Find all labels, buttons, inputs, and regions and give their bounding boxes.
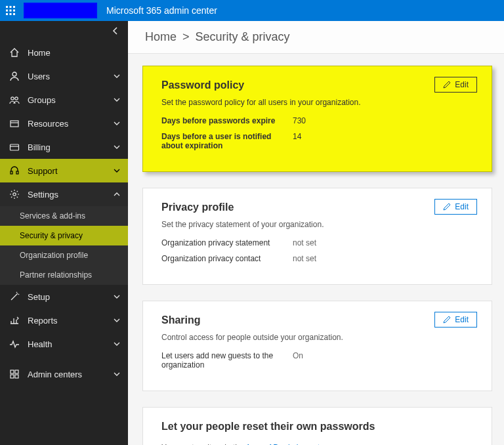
sidebar-item-resources[interactable]: Resources [0,112,128,135]
app-launcher-icon[interactable] [0,0,21,21]
setting-key: Days before a user is notified about exp… [161,132,293,150]
sidebar-item-groups[interactable]: Groups [0,88,128,112]
card-title: Sharing [161,314,476,326]
app-title: Microsoft 365 admin center [106,5,217,16]
home-icon [8,47,21,58]
svg-rect-3 [6,10,8,12]
main-content: Home > Security & privacy Edit Password … [128,21,504,445]
sidebar-item-label: Health [28,339,52,349]
svg-rect-18 [15,370,18,373]
svg-rect-6 [6,13,8,15]
sidebar-item-support[interactable]: Support [0,159,128,182]
svg-rect-12 [10,121,18,127]
setting-key: Days before passwords expire [161,116,293,125]
svg-point-11 [15,97,18,100]
setting-row: Organization privacy contact not set [161,254,476,263]
sidebar-item-label: Setup [28,292,50,302]
billing-icon [8,142,21,152]
card-desc: Control access for people outside your o… [161,333,476,342]
wand-icon [8,291,21,302]
sidebar-item-label: Admin centers [28,370,82,379]
chevron-down-icon [114,142,120,152]
collapse-nav-button[interactable] [0,21,128,41]
pencil-icon [443,81,451,89]
setting-row: Days before passwords expire 730 [161,116,476,125]
tenant-logo [24,3,97,18]
breadcrumb-page: Security & privacy [196,30,290,43]
svg-rect-19 [10,375,14,378]
chevron-down-icon [114,95,120,105]
svg-rect-0 [6,6,8,8]
svg-rect-7 [10,13,12,15]
card-title: Let your people reset their own password… [161,421,476,433]
help-text: You can turn it on in the Azure AD admin… [161,442,476,445]
edit-password-policy-button[interactable]: Edit [434,77,477,93]
groups-icon [8,95,21,105]
svg-rect-15 [16,171,18,174]
sub-item-partner-relationships[interactable]: Partner relationships [0,265,128,285]
svg-point-10 [11,97,14,100]
chevron-down-icon [114,339,120,349]
sidebar-item-reports[interactable]: Reports [0,308,128,332]
sub-item-services-addins[interactable]: Services & add-ins [0,206,128,226]
setting-row: Days before a user is notified about exp… [161,132,476,150]
user-icon [8,71,21,81]
svg-rect-5 [13,10,15,12]
sharing-card: Edit Sharing Control access for people o… [142,301,492,391]
sidebar-item-users[interactable]: Users [0,64,128,88]
chevron-down-icon [114,370,120,379]
svg-rect-8 [13,13,15,15]
edit-sharing-button[interactable]: Edit [434,312,477,328]
edit-privacy-profile-button[interactable]: Edit [434,199,477,215]
sidebar-item-label: Groups [28,95,56,105]
card-desc: Set the password policy for all users in… [161,98,476,107]
admin-centers-icon [8,369,21,379]
setting-value: 730 [293,116,306,125]
sidebar-item-label: Billing [28,142,51,152]
sidebar-item-billing[interactable]: Billing [0,135,128,159]
sidebar-item-label: Reports [28,316,58,326]
chevron-down-icon [114,166,120,176]
sidebar-item-label: Home [28,48,51,58]
sidebar: Home Users Groups Resources Billing Supp… [0,21,128,445]
breadcrumb-sep: > [182,30,190,43]
card-title: Privacy profile [161,201,476,213]
gear-icon [8,189,21,200]
setting-key: Let users add new guests to the organiza… [161,351,293,370]
health-icon [8,339,21,349]
sidebar-item-home[interactable]: Home [0,41,128,64]
breadcrumb: Home > Security & privacy [128,21,504,54]
sidebar-item-label: Resources [28,119,68,129]
setting-value: not set [293,254,316,263]
setting-value: 14 [293,132,301,150]
svg-rect-20 [15,375,18,378]
chevron-down-icon [114,119,120,129]
top-bar: Microsoft 365 admin center [0,0,504,21]
pencil-icon [443,316,451,324]
headset-icon [8,165,21,176]
sidebar-item-label: Users [28,72,50,81]
svg-rect-17 [10,370,14,373]
svg-point-9 [12,72,16,76]
breadcrumb-root[interactable]: Home [145,30,177,43]
sidebar-item-settings[interactable]: Settings [0,182,128,206]
setting-key: Organization privacy contact [161,254,293,263]
sidebar-item-health[interactable]: Health [0,332,128,356]
svg-rect-2 [13,6,15,8]
setting-value: On [293,351,303,370]
svg-rect-13 [10,144,19,150]
resources-icon [8,118,21,129]
sidebar-item-admin-centers[interactable]: Admin centers [0,362,128,386]
sidebar-item-setup[interactable]: Setup [0,285,128,308]
chevron-down-icon [114,316,120,326]
privacy-profile-card: Edit Privacy profile Set the privacy sta… [142,188,492,285]
chevron-down-icon [114,72,120,81]
sub-item-security-privacy[interactable]: Security & privacy [0,226,128,245]
setting-row: Organization privacy statement not set [161,238,476,247]
sub-item-organization-profile[interactable]: Organization profile [0,245,128,265]
card-desc: Set the privacy statement of your organi… [161,220,476,229]
reports-icon [8,315,21,326]
self-service-password-reset-card: Let your people reset their own password… [142,407,492,445]
sidebar-item-label: Settings [28,190,58,200]
sidebar-item-label: Support [28,166,58,176]
